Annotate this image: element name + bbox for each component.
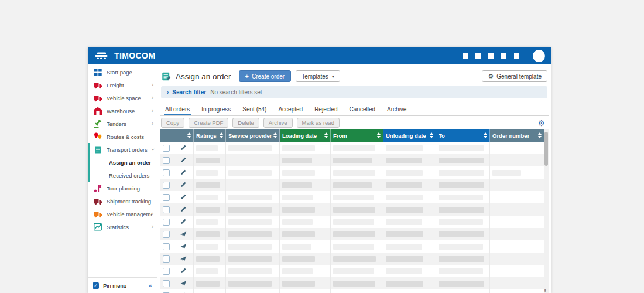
sort-icon[interactable] [220, 132, 223, 138]
topbar-menu-icon[interactable] [501, 53, 506, 59]
tab-all-orders[interactable]: All orders [161, 104, 194, 115]
sidebar-item-assign-an-order[interactable]: Assign an order [88, 156, 157, 169]
pin-menu-checkbox[interactable]: ✓ [93, 282, 99, 289]
pin-menu-row[interactable]: ✓ Pin menu « [88, 277, 157, 293]
tenders-icon [94, 120, 102, 128]
vertical-scrollbar[interactable]: ▮ [544, 129, 549, 293]
edit-pencil-icon[interactable] [180, 181, 187, 189]
sent-paper-plane-icon[interactable] [180, 243, 187, 250]
sent-paper-plane-icon[interactable] [180, 255, 187, 263]
create-order-button[interactable]: + Create order [239, 70, 292, 82]
copy-button[interactable]: Copy [161, 118, 184, 128]
column-header-status[interactable] [173, 129, 194, 142]
tab-cancelled[interactable]: Cancelled [345, 104, 379, 115]
search-filter-toggle[interactable]: Search filter [172, 89, 206, 96]
sidebar-item-warehouse[interactable]: Warehouse› [88, 104, 157, 117]
column-header-ratings[interactable]: Ratings [194, 129, 226, 142]
edit-pencil-icon[interactable] [180, 193, 187, 201]
sidebar-item-freight[interactable]: Freight› [88, 79, 157, 91]
row-checkbox[interactable] [163, 255, 170, 263]
sidebar-item-received-orders[interactable]: Received orders [88, 169, 157, 182]
sidebar-item-vehicle-management[interactable]: Vehicle management› [88, 207, 157, 220]
edit-pencil-icon[interactable] [180, 267, 187, 275]
row-checkbox[interactable] [163, 169, 170, 176]
mark-as-read-button[interactable]: Mark as read [297, 118, 340, 128]
sort-icon[interactable] [430, 132, 433, 138]
row-checkbox[interactable] [163, 194, 170, 201]
sidebar-item-shipment-tracking[interactable]: Shipment tracking [88, 195, 157, 207]
edit-pencil-icon[interactable] [180, 169, 187, 176]
cell-unloading [383, 277, 436, 289]
row-checkbox[interactable] [163, 268, 170, 275]
row-checkbox[interactable] [163, 157, 170, 164]
user-avatar[interactable] [533, 50, 545, 62]
row-checkbox[interactable] [163, 182, 170, 189]
delete-button[interactable]: Delete [232, 118, 259, 128]
cell-order [490, 191, 544, 203]
edit-pencil-icon[interactable] [180, 218, 187, 226]
cell-provider [226, 253, 280, 265]
sort-icon[interactable] [484, 132, 487, 138]
column-header-order-number[interactable]: Order number [490, 129, 544, 142]
topbar-menu-icon[interactable] [475, 53, 481, 59]
sort-icon[interactable] [273, 132, 277, 138]
placeholder-bar [228, 207, 272, 213]
row-checkbox[interactable] [163, 231, 170, 238]
edit-pencil-icon[interactable] [180, 206, 187, 213]
create-pdf-button[interactable]: Create PDF [189, 118, 228, 128]
sidebar-item-tenders[interactable]: Tenders› [88, 117, 157, 130]
row-checkbox[interactable] [163, 206, 170, 213]
row-checkbox[interactable] [163, 243, 170, 250]
sort-icon[interactable] [377, 132, 381, 138]
sidebar-item-routes-costs[interactable]: Routes & costs [88, 130, 157, 143]
sidebar-item-vehicle-space[interactable]: Vehicle space› [88, 91, 157, 104]
start-page-icon [94, 68, 102, 77]
row-select-cell [160, 277, 173, 289]
cell-loading [280, 191, 331, 203]
cell-unloading [383, 228, 436, 240]
topbar-menu-icon[interactable] [514, 53, 519, 59]
column-header-from[interactable]: From [331, 129, 383, 142]
placeholder-bar [196, 170, 218, 176]
tab-sent-54[interactable]: Sent (54) [238, 104, 270, 115]
sidebar-item-transport-orders[interactable]: Transport orders› [88, 143, 157, 156]
edit-pencil-icon[interactable] [180, 156, 187, 164]
cell-unloading [383, 142, 436, 154]
table-settings-gear-icon[interactable]: ⚙ [537, 119, 545, 127]
sort-icon[interactable] [324, 132, 328, 138]
topbar-menu-icon[interactable] [463, 53, 468, 59]
templates-dropdown[interactable]: Templates ▾ [296, 70, 340, 82]
archive-button[interactable]: Archive [263, 118, 293, 128]
row-checkbox[interactable] [163, 145, 170, 152]
tab-rejected[interactable]: Rejected [310, 104, 341, 115]
cell-provider [226, 289, 280, 293]
search-filter-bar[interactable]: › Search filter No search filters set [161, 86, 547, 98]
placeholder-bar [492, 170, 521, 176]
sort-icon[interactable] [187, 132, 191, 138]
sidebar-item-statistics[interactable]: Statistics› [88, 220, 157, 233]
general-template-button[interactable]: ⚙ General template [482, 70, 547, 82]
edit-pencil-icon[interactable] [180, 144, 187, 152]
row-status-cell [173, 179, 194, 191]
cell-from [331, 240, 383, 253]
cell-provider [226, 265, 280, 277]
tab-archive[interactable]: Archive [383, 104, 410, 115]
tab-accepted[interactable]: Accepted [274, 104, 307, 115]
tab-in-progress[interactable]: In progress [197, 104, 235, 115]
sort-icon[interactable] [538, 132, 542, 138]
sidebar-item-tour-planning[interactable]: Tour planning [88, 182, 157, 195]
row-checkbox[interactable] [163, 219, 170, 226]
cell-from [331, 289, 383, 293]
sent-paper-plane-icon[interactable] [180, 280, 187, 287]
column-header-loading-date[interactable]: Loading date [280, 129, 331, 142]
sent-paper-plane-icon[interactable] [180, 230, 187, 238]
topbar-menu-icon[interactable] [488, 53, 494, 59]
column-header-service-provider[interactable]: Service provider [226, 129, 280, 142]
column-header-unloading-date[interactable]: Unloading date [383, 129, 436, 142]
scrollbar-thumb[interactable] [544, 132, 548, 166]
collapse-sidebar-icon[interactable]: « [149, 282, 152, 289]
row-checkbox[interactable] [163, 280, 170, 287]
column-header-to[interactable]: To [436, 129, 490, 142]
row-select-cell [160, 203, 173, 216]
sidebar-item-start-page[interactable]: Start page [88, 66, 157, 79]
